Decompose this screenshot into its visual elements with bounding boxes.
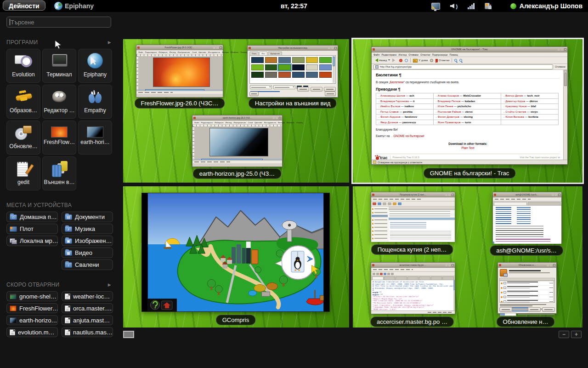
remove-workspace-button[interactable]: −: [559, 331, 569, 338]
recent-item[interactable]: earth-horizo…: [6, 315, 58, 325]
help-button: [499, 307, 512, 312]
update-status-icon: [501, 292, 503, 293]
download-block: Download in other formats: Plain Text: [376, 142, 560, 150]
recent-item[interactable]: weather-loc…: [62, 291, 113, 301]
app-tile[interactable]: Evolution: [6, 49, 40, 83]
volume-icon[interactable]: [450, 3, 458, 9]
window-gimp-earth[interactable]: earth-horizon.jpg-25.0 (ЧЗ… ФайлРедактир…: [192, 115, 283, 167]
message-preview: [389, 221, 455, 242]
place-item[interactable]: Музика: [62, 224, 113, 234]
wallpaper-thumb: [251, 64, 264, 70]
window-gimp-freshflower[interactable]: FreshFlower.jpg-26.0 (ЧЗС… ФайлРедактира…: [136, 45, 223, 98]
app-tile[interactable]: FreshFlow…: [42, 121, 76, 155]
stop-icon: [399, 59, 402, 62]
window-evolution-mail[interactable]: Пощенска кутия (2 неп…: [371, 192, 455, 242]
workspace-indicator[interactable]: [123, 331, 134, 338]
expand-arrow-icon[interactable]: ▶: [108, 282, 111, 287]
programs-label: ПРОГРАМИ: [6, 39, 38, 46]
install-button: [542, 307, 555, 312]
tab-fonts: Шрифтове: [268, 52, 282, 55]
add-workspace-button[interactable]: +: [571, 331, 582, 338]
wallpaper-thumb: [278, 57, 291, 63]
menu-item: Файл: [194, 121, 199, 124]
app-tile[interactable]: Empathy: [78, 85, 112, 119]
window-epiphany-trac[interactable]: GNOME на български! - Trac ФайлРедактира…: [371, 46, 568, 165]
places-label: МЕСТА И УСТРОЙСТВА: [6, 202, 72, 208]
wallpaper-thumb: [306, 57, 318, 63]
menu-item: Windows: [231, 51, 238, 53]
app-label: Evolution: [7, 71, 40, 78]
place-label: Локална мр…: [20, 237, 58, 244]
apps-grid: Evolution Терминал Epiphany Образов… Ред…: [6, 49, 113, 190]
app-indicator[interactable]: Epiphany: [54, 0, 94, 12]
window-appearance-settings[interactable]: Настройки на външния вид Тема Фон Шрифто…: [247, 45, 338, 98]
bulletins-paragraph: В секция „Бюлетини“ са периодичните съоб…: [376, 80, 560, 84]
url-row: http://fsa-bg.org/project/gtp Отиване: [372, 64, 567, 70]
place-item[interactable]: Документи: [62, 212, 113, 222]
user-menu[interactable]: Александър Шопов: [510, 0, 582, 12]
back-icon: [373, 58, 378, 62]
workspace-4[interactable]: Пощенска кутия (2 неп… Пощенска кутия (2…: [353, 186, 582, 328]
wallpaper-thumb: [319, 72, 332, 78]
earth-image-icon: [87, 126, 103, 138]
chevron-down-icon: [388, 59, 390, 62]
place-item[interactable]: Видео: [62, 247, 113, 258]
flower-thumb-icon: [10, 305, 17, 311]
translator-cell: →Ясен Праматаров — turin: [434, 120, 501, 126]
place-item[interactable]: Плот: [6, 224, 58, 234]
recent-item[interactable]: orca.master.…: [62, 303, 113, 313]
app-tile[interactable]: Външен в…: [42, 156, 76, 190]
menu-item: Редактиране: [382, 53, 397, 56]
translators-table: →Александър Шопов — ash →Атанас Кошаров …: [376, 93, 559, 125]
place-item[interactable]: Локална мр…: [6, 236, 58, 246]
terminal-tabs: [493, 201, 561, 206]
network-signal-icon[interactable]: [468, 3, 475, 9]
wallpaper-thumb: [265, 57, 277, 63]
place-item[interactable]: Изображен…: [62, 236, 113, 246]
progress-bar: [500, 313, 516, 316]
place-item[interactable]: Домашна п…: [6, 212, 58, 222]
workspace-3[interactable]: GCompris: [123, 186, 349, 328]
recent-item[interactable]: gnome-shel…: [6, 291, 58, 301]
app-tile[interactable]: gedit: [6, 156, 40, 190]
appearance-icon: [50, 160, 68, 178]
app-tile[interactable]: earth-hori…: [78, 121, 112, 155]
app-tile[interactable]: Редактор …: [42, 85, 76, 119]
update-row: [500, 295, 554, 299]
window-editor-accerciser[interactable]: accerciser.master.bg.po … # Bulgarian tr…: [371, 262, 455, 314]
recent-item[interactable]: evolution.m…: [6, 327, 58, 337]
wallpaper-thumb: [292, 57, 305, 63]
text-caret: [10, 19, 10, 25]
window-gcompris[interactable]: [141, 193, 330, 312]
editor-statusbar: [371, 310, 455, 314]
expand-arrow-icon[interactable]: ▶: [108, 40, 111, 45]
app-tile[interactable]: Обновле…: [6, 121, 40, 155]
wallpaper-thumb: [306, 72, 318, 78]
place-item[interactable]: Свалени: [62, 259, 113, 270]
menu-item: Цветове: [254, 121, 262, 124]
recent-section-header: СКОРО ОТВАРЯНИ ▶: [6, 281, 111, 288]
recent-item[interactable]: nautilus.mas…: [62, 327, 113, 337]
gedit-icon: [14, 160, 33, 178]
app-tile[interactable]: Образов…: [6, 85, 40, 119]
plain-text-link: Plain Text: [376, 146, 560, 150]
translator-cell: →Юлия Велкова — konfeta: [501, 115, 559, 120]
workspace-2-active[interactable]: GNOME на български! - Trac ФайлРедактира…: [353, 39, 582, 183]
window-terminal[interactable]: ash@GNOME:/usr/s…: [492, 192, 562, 243]
menu-item: Файл: [373, 53, 380, 56]
empathy-icon: [86, 88, 104, 106]
search-input[interactable]: [6, 17, 111, 28]
recent-item[interactable]: anjuta.mast…: [62, 315, 113, 325]
app-tile[interactable]: Терминал: [42, 49, 76, 83]
display-icon[interactable]: [431, 3, 440, 10]
activities-button[interactable]: Дейности: [3, 0, 45, 11]
workspace-1[interactable]: FreshFlower.jpg-26.0 (ЧЗС… ФайлРедактира…: [123, 39, 349, 183]
app-tile[interactable]: Epiphany: [78, 49, 112, 83]
update-row: [500, 299, 554, 303]
recent-item[interactable]: FreshFlower…: [6, 303, 58, 313]
window-software-updates[interactable]: Обновление н…: [498, 262, 557, 314]
update-status-icon: [501, 287, 503, 289]
clock[interactable]: вт, 22:57: [281, 0, 307, 12]
battery-icon[interactable]: [485, 3, 492, 9]
menu-item: Цветове: [198, 51, 206, 53]
